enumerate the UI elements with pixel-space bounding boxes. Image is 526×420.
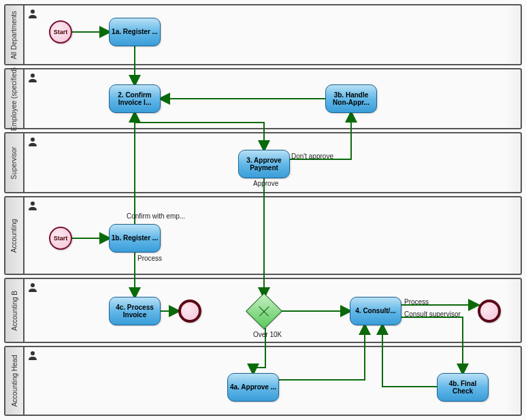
lane-label: Supervisor (5, 133, 24, 192)
svg-point-2 (31, 138, 35, 142)
task-4-consult[interactable]: 4. Consult/... (350, 297, 401, 325)
lane-label: Accounting (5, 197, 24, 274)
user-icon (27, 282, 38, 293)
user-icon (27, 8, 38, 19)
edge-label-dont-approve: Don't approve (291, 152, 333, 160)
lane-employee: Employee (specified) (4, 68, 522, 129)
lane-label: Employee (specified) (5, 69, 24, 128)
user-icon (27, 72, 38, 83)
task-2-confirm[interactable]: 2. Confirm Invoice I... (109, 84, 161, 113)
edge-label-confirm-emp: Confirm with emp... (127, 212, 185, 220)
edge-label-process: Process (137, 255, 162, 262)
svg-point-3 (31, 201, 35, 206)
lane-label: Accounting B (5, 279, 24, 342)
edge-label-consult-sup: Consult supervisor (404, 310, 461, 318)
edge-label-over10k: Over 10K (253, 331, 282, 338)
start-event-1[interactable]: Start (49, 20, 72, 44)
task-1a-register[interactable]: 1a. Register ... (109, 18, 161, 46)
edge-label-process2: Process (404, 298, 429, 306)
task-3-approve[interactable]: 3. Approve Payment (238, 150, 290, 178)
user-icon (27, 136, 38, 147)
task-3b-handle[interactable]: 3b. Handle Non-Appr... (325, 84, 377, 113)
svg-point-1 (31, 74, 35, 78)
svg-point-5 (31, 351, 35, 355)
task-1b-register[interactable]: 1b. Register ... (109, 224, 161, 253)
start-event-2[interactable]: Start (49, 227, 72, 250)
user-icon (27, 200, 38, 211)
edge-label-approve: Approve (253, 180, 278, 187)
end-event-1[interactable] (178, 300, 201, 323)
lane-accounting: Accounting (4, 196, 522, 275)
lane-label: Accounting Head (5, 347, 24, 415)
task-4c-process[interactable]: 4c. Process Invoice (109, 297, 161, 325)
svg-point-0 (31, 10, 35, 14)
svg-point-4 (31, 283, 35, 287)
lane-label: All Departments (5, 5, 24, 64)
lane-all-departments: All Departments (4, 4, 522, 65)
task-4b-final-check[interactable]: 4b. Final Check (437, 373, 489, 402)
end-event-2[interactable] (478, 300, 501, 323)
task-4a-approve[interactable]: 4a. Approve ... (227, 373, 279, 402)
user-icon (27, 350, 38, 361)
